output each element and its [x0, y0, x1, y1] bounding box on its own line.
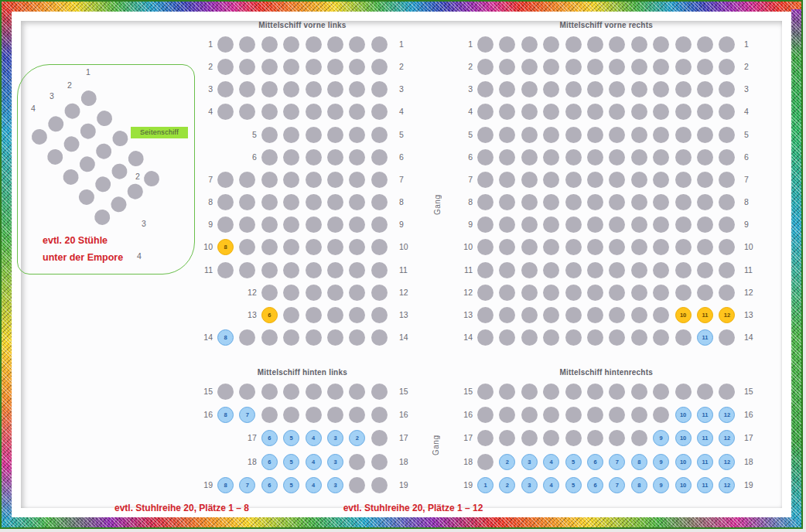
seat-free: [543, 217, 559, 233]
seat-free: [565, 329, 582, 346]
seat-free: [477, 307, 494, 323]
seat-blue: 4: [543, 454, 559, 470]
seat-blue: 12: [719, 477, 735, 493]
seat-free: [719, 36, 735, 53]
diagonal-row-number: 2: [64, 80, 75, 90]
seat-free: [697, 194, 713, 210]
seat-free: [631, 36, 647, 53]
seat-free: [261, 239, 278, 255]
row-number-right: 2: [399, 59, 418, 75]
seat-free: [371, 194, 388, 210]
seat-free: [499, 285, 515, 301]
seat-free: [565, 127, 582, 143]
seat-free: [349, 307, 365, 323]
seat-row: 1912345678910111219: [463, 477, 767, 493]
row-number-right: 9: [744, 217, 763, 233]
seat-blue: 9: [653, 454, 669, 470]
row-number-left: 13: [454, 307, 473, 323]
seat-free: [543, 194, 559, 210]
seat-row: 1987654319: [187, 477, 422, 493]
seat-free: [349, 36, 365, 53]
seat-free: [477, 285, 494, 301]
seat-blue: 9: [653, 430, 669, 446]
seat-free: [565, 285, 582, 301]
seat-free: [306, 307, 322, 323]
row-number-left: 18: [454, 454, 473, 470]
seat-free: [327, 104, 343, 120]
seat-free: [349, 127, 365, 143]
row-number-right: 11: [744, 262, 763, 278]
seat-blue: 5: [283, 454, 299, 470]
seat-free: [217, 384, 234, 400]
seat-free: [719, 104, 735, 120]
seat-free: [261, 384, 278, 400]
seat-row: 14814: [187, 329, 422, 346]
seat-blue: 6: [261, 430, 278, 446]
row-number-right: 4: [744, 104, 763, 120]
section-vorne-rechts: Mittelschiff vorne rechts112233445566778…: [463, 36, 767, 355]
seat-free: [521, 262, 538, 278]
row-number-right: 3: [399, 81, 418, 97]
seat-free: [631, 81, 647, 97]
seat-blue: 3: [327, 454, 343, 470]
seat-free: [261, 217, 278, 233]
seat-row: 33: [463, 81, 767, 97]
seat-free: [631, 59, 647, 75]
seat-row: 1515: [463, 384, 767, 400]
seat-free: [283, 149, 299, 165]
seat-free: [697, 59, 713, 75]
seat-free: [609, 329, 625, 346]
seat-blue: 6: [587, 454, 603, 470]
seat-free: [261, 59, 278, 75]
seat-yellow: 6: [261, 307, 278, 323]
seat-blue: 7: [239, 477, 255, 493]
seat-free: [499, 59, 515, 75]
seat-row: 1010: [463, 239, 767, 255]
seat-yellow: 11: [697, 307, 713, 323]
seat-free: [543, 59, 559, 75]
seat-free: [675, 81, 692, 97]
seat-free: [543, 307, 559, 323]
row-number-left: 4: [454, 104, 473, 120]
seat-free: [587, 104, 603, 120]
seat-free: [719, 262, 735, 278]
seat-row: 1515: [187, 384, 422, 400]
seat-free: [565, 172, 582, 188]
seat-blue: 6: [587, 477, 603, 493]
seat-blue: 4: [306, 477, 322, 493]
row-number-left: 14: [454, 329, 473, 346]
row-number-left: 7: [454, 172, 473, 188]
seat-free: [327, 217, 343, 233]
seat-free: [653, 104, 669, 120]
row-number-left: 12: [454, 285, 473, 301]
seat-row: 11: [187, 36, 422, 53]
row-number-right: 9: [399, 217, 418, 233]
row-number-right: 12: [399, 285, 418, 301]
seat-row: 11: [463, 36, 767, 53]
seat-free: [371, 104, 388, 120]
seat-free: [675, 172, 692, 188]
row-number-left: 4: [194, 104, 213, 120]
seat-free: [631, 285, 647, 301]
seat-free: [499, 149, 515, 165]
seat-row: 66: [463, 149, 767, 165]
diagonal-row-number: 3: [138, 219, 149, 228]
seat-free: [477, 454, 494, 470]
seat-blue: 2: [499, 477, 515, 493]
seat-blue: 8: [631, 454, 647, 470]
seat-blue: 3: [327, 430, 343, 446]
seat-free: [261, 104, 278, 120]
seat-free: [719, 329, 735, 346]
seat-free: [327, 384, 343, 400]
seat-free: [60, 166, 82, 188]
seat-free: [92, 173, 114, 195]
seat-free: [499, 217, 515, 233]
row-number-right: 1: [744, 36, 763, 53]
seat-free: [477, 149, 494, 165]
seat-free: [327, 194, 343, 210]
row-number-right: 3: [744, 81, 763, 97]
seat-free: [239, 172, 255, 188]
seat-free: [283, 59, 299, 75]
row-number-left: 1: [194, 36, 213, 53]
seat-free: [631, 104, 647, 120]
